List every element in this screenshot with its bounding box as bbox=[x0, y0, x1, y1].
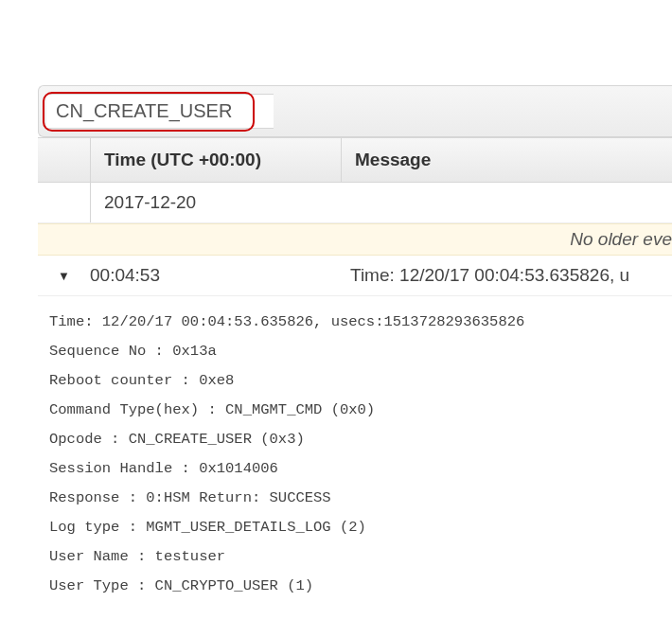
table-header-row: Time (UTC +00:00) Message bbox=[38, 138, 672, 183]
log-event-row[interactable]: ▼ 00:04:53 Time: 12/20/17 00:04:53.63582… bbox=[38, 256, 672, 296]
date-group-row: 2017-12-20 bbox=[38, 183, 672, 223]
caret-down-icon: ▼ bbox=[58, 269, 70, 283]
no-older-events-banner: No older eve bbox=[38, 223, 672, 256]
log-viewer: Time (UTC +00:00) Message 2017-12-20 No … bbox=[0, 0, 672, 601]
message-column-header[interactable]: Message bbox=[342, 138, 672, 182]
event-time: 00:04:53 bbox=[90, 256, 341, 295]
search-input[interactable] bbox=[46, 94, 274, 129]
log-table: Time (UTC +00:00) Message 2017-12-20 No … bbox=[38, 137, 672, 296]
event-message: Time: 12/20/17 00:04:53.635826, u bbox=[341, 256, 672, 295]
expand-column-header bbox=[38, 138, 91, 182]
spacer bbox=[38, 183, 91, 222]
search-bar bbox=[38, 85, 672, 137]
time-column-header[interactable]: Time (UTC +00:00) bbox=[91, 138, 342, 182]
expand-toggle[interactable]: ▼ bbox=[38, 259, 90, 292]
event-details: Time: 12/20/17 00:04:53.635826, usecs:15… bbox=[38, 296, 672, 601]
date-group-label: 2017-12-20 bbox=[91, 183, 209, 222]
